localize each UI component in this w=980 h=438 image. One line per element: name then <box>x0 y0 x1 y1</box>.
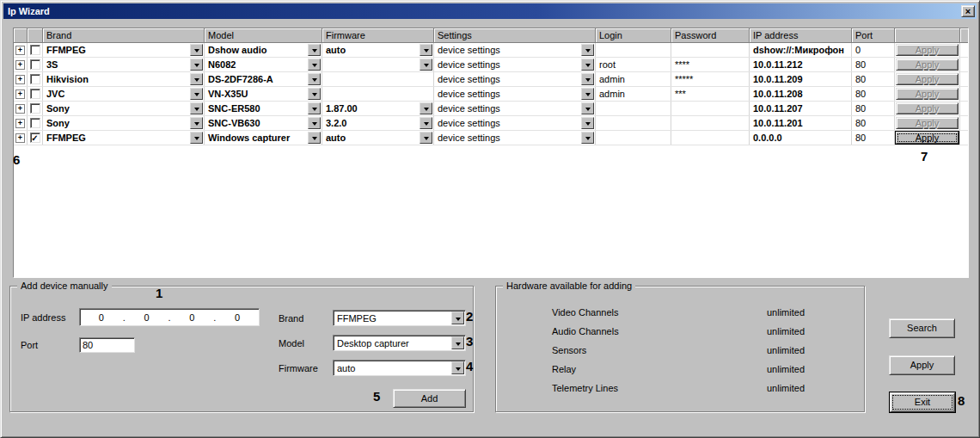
brand-dropdown-button[interactable] <box>190 117 203 129</box>
exit-button[interactable]: Exit <box>890 392 955 412</box>
firmware-dropdown-button[interactable] <box>420 132 432 144</box>
firmware-select[interactable]: auto <box>333 360 466 376</box>
expand-icon[interactable]: + <box>15 75 25 84</box>
brand-cell: FFMPEG <box>43 131 205 145</box>
password-cell[interactable] <box>671 116 750 130</box>
callout-8: 8 <box>958 394 965 407</box>
expand-icon[interactable]: + <box>15 119 25 128</box>
table-row: + Hikvision DS-2DF7286-A device settings <box>14 72 968 87</box>
settings-dropdown-button[interactable] <box>581 88 594 100</box>
row-checkbox[interactable] <box>30 103 40 114</box>
password-cell[interactable] <box>671 131 750 145</box>
firmware-dropdown-button[interactable] <box>420 59 432 71</box>
brand-dropdown-button[interactable] <box>190 88 203 100</box>
row-checkbox[interactable] <box>30 59 40 70</box>
chevron-down-icon <box>585 64 591 67</box>
model-select-dropdown-button[interactable] <box>451 336 464 349</box>
expand-icon[interactable]: + <box>15 60 25 70</box>
ip-address-input[interactable]: 0 . 0 . 0 . 0 <box>79 308 260 326</box>
ip-octet-3[interactable]: 0 <box>171 312 214 323</box>
brand-select[interactable]: FFMPEG <box>333 310 466 326</box>
row-apply-button[interactable]: Apply <box>896 132 959 144</box>
ip-address-cell: 10.0.11.209 <box>750 72 852 86</box>
port-cell[interactable]: 80 <box>852 58 895 71</box>
port-cell[interactable]: 80 <box>852 72 895 86</box>
settings-dropdown-button[interactable] <box>581 117 594 129</box>
settings-dropdown-button[interactable] <box>581 132 594 144</box>
row-checkbox[interactable] <box>30 74 40 84</box>
password-cell[interactable] <box>671 43 750 57</box>
expand-icon[interactable]: + <box>15 89 25 99</box>
port-cell[interactable]: 80 <box>852 87 895 101</box>
port-value: 80 <box>852 102 894 115</box>
password-cell[interactable]: *** <box>671 87 750 101</box>
model-dropdown-button[interactable] <box>308 88 321 100</box>
brand-dropdown-button[interactable] <box>190 73 203 85</box>
add-button[interactable]: Add <box>393 389 466 408</box>
port-cell[interactable]: 80 <box>852 116 895 130</box>
password-cell[interactable]: **** <box>671 58 750 71</box>
model-select[interactable]: Desktop capturer <box>333 335 466 351</box>
row-checkbox[interactable] <box>30 89 40 99</box>
firmware-value <box>322 58 420 59</box>
settings-dropdown-button[interactable] <box>581 102 594 114</box>
brand-dropdown-button[interactable] <box>190 132 203 144</box>
login-cell[interactable]: admin <box>596 87 671 101</box>
row-apply-button[interactable]: Apply <box>896 44 959 56</box>
login-cell[interactable]: root <box>596 58 671 71</box>
model-value: VN-X35U <box>205 87 308 101</box>
brand-dropdown-button[interactable] <box>190 44 203 56</box>
settings-dropdown-button[interactable] <box>581 73 594 85</box>
row-filler <box>960 58 968 71</box>
port-cell[interactable]: 80 <box>852 102 895 115</box>
row-checkbox[interactable] <box>30 118 40 128</box>
firmware-select-dropdown-button[interactable] <box>451 361 464 374</box>
password-cell[interactable] <box>671 102 750 115</box>
model-dropdown-button[interactable] <box>308 73 321 85</box>
settings-dropdown-button[interactable] <box>581 44 594 56</box>
close-button[interactable]: × <box>961 5 975 17</box>
row-apply-button[interactable]: Apply <box>896 117 959 129</box>
search-button[interactable]: Search <box>889 318 955 338</box>
row-checkbox[interactable] <box>30 45 40 55</box>
brand-dropdown-button[interactable] <box>190 102 203 114</box>
row-apply-button[interactable]: Apply <box>896 88 959 100</box>
model-dropdown-button[interactable] <box>308 59 321 71</box>
row-apply-button[interactable]: Apply <box>896 59 959 71</box>
firmware-dropdown-button[interactable] <box>420 102 432 114</box>
row-apply-button[interactable]: Apply <box>896 102 959 114</box>
settings-dropdown-button[interactable] <box>581 59 594 71</box>
firmware-dropdown-button[interactable] <box>420 44 432 56</box>
password-cell[interactable]: ***** <box>671 72 750 86</box>
login-cell[interactable]: admin <box>596 72 671 86</box>
row-checkbox[interactable]: ✓ <box>30 133 40 143</box>
expand-icon[interactable]: + <box>15 46 25 55</box>
expand-icon[interactable]: + <box>15 104 25 114</box>
model-dropdown-button[interactable] <box>308 132 321 144</box>
ip-octet-1[interactable]: 0 <box>80 312 123 323</box>
header-apply <box>895 28 960 43</box>
model-dropdown-button[interactable] <box>308 44 321 56</box>
brand-dropdown-button[interactable] <box>190 59 203 71</box>
port-cell[interactable]: 0 <box>852 43 895 57</box>
model-dropdown-button[interactable] <box>308 117 321 129</box>
login-cell[interactable] <box>596 131 671 145</box>
ip-octet-4[interactable]: 0 <box>216 312 259 323</box>
firmware-cell <box>322 58 434 71</box>
apply-button[interactable]: Apply <box>889 355 955 375</box>
port-input[interactable]: 80 <box>79 337 135 353</box>
brand-select-dropdown-button[interactable] <box>451 312 464 324</box>
model-dropdown-button[interactable] <box>308 102 321 114</box>
port-value: 80 <box>852 116 894 130</box>
login-cell[interactable] <box>596 116 671 130</box>
login-cell[interactable] <box>596 102 671 115</box>
ip-octet-2[interactable]: 0 <box>126 312 168 323</box>
login-cell[interactable] <box>596 43 671 57</box>
model-select-value: Desktop capturer <box>334 336 465 349</box>
row-apply-button[interactable]: Apply <box>896 73 959 85</box>
brand-select-value: FFMPEG <box>334 311 465 324</box>
chevron-down-icon <box>424 137 429 140</box>
port-cell[interactable]: 80 <box>852 131 895 145</box>
expand-icon[interactable]: + <box>15 133 25 143</box>
firmware-dropdown-button[interactable] <box>420 117 432 129</box>
